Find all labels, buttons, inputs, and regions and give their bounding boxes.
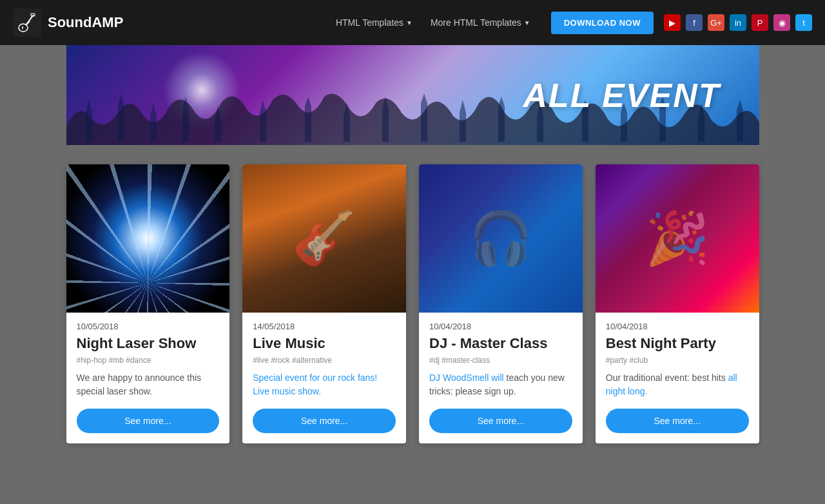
nav-html-templates[interactable]: HTML Templates ▼ xyxy=(328,14,420,32)
event-card-4: 10/04/2018 Best Night Party #party #club… xyxy=(596,164,759,443)
youtube-icon[interactable]: ▶ xyxy=(664,14,681,31)
card-title-2: Live Music xyxy=(253,335,396,352)
card-title-4: Best Night Party xyxy=(606,335,749,352)
card-tags-3: #dj #master-class xyxy=(429,356,572,365)
nav-more-templates[interactable]: More HTML Templates ▼ xyxy=(423,14,538,32)
event-card-2: 14/05/2018 Live Music #live #rock #alter… xyxy=(242,164,406,443)
linkedin-icon[interactable]: in xyxy=(730,14,746,31)
card-desc-1: We are happy to announce this special la… xyxy=(77,371,220,398)
card-title-3: DJ - Master Class xyxy=(429,335,572,352)
card-tags-2: #live #rock #alternative xyxy=(253,356,396,365)
card-desc-2: Special event for our rock fans! Live mu… xyxy=(253,371,396,398)
card-image-1 xyxy=(66,164,230,313)
card-date-2: 14/05/2018 xyxy=(253,322,396,331)
card-image-3 xyxy=(419,164,583,313)
card-desc-4: Our traditional event: best hits all nig… xyxy=(606,371,749,398)
google-icon[interactable]: G+ xyxy=(708,14,724,31)
twitter-icon[interactable]: t xyxy=(795,14,812,31)
card-tags-1: #hip-hop #mb #dance xyxy=(77,356,220,365)
brand-link[interactable]: SoundAMP xyxy=(13,8,123,37)
hero-banner: ALL EVENT xyxy=(66,45,759,145)
navbar: SoundAMP HTML Templates ▼ More HTML Temp… xyxy=(0,0,825,45)
download-button[interactable]: DOWNLOAD NOW xyxy=(551,12,654,34)
card-tags-4: #party #club xyxy=(606,356,749,365)
see-more-button-3[interactable]: See more... xyxy=(429,409,572,433)
pinterest-icon[interactable]: P xyxy=(752,14,768,31)
card-title-1: Night Laser Show xyxy=(77,335,220,352)
see-more-button-2[interactable]: See more... xyxy=(253,409,396,433)
instagram-icon[interactable]: ◉ xyxy=(773,14,790,31)
chevron-down-icon: ▼ xyxy=(524,19,530,26)
chevron-down-icon: ▼ xyxy=(406,19,412,26)
hero-title: ALL EVENT xyxy=(523,76,759,115)
card-body-1: 10/05/2018 Night Laser Show #hip-hop #mb… xyxy=(66,313,230,443)
brand-name: SoundAMP xyxy=(48,14,123,31)
event-card-1: 10/05/2018 Night Laser Show #hip-hop #mb… xyxy=(66,164,230,443)
card-body-2: 14/05/2018 Live Music #live #rock #alter… xyxy=(242,313,406,443)
card-image-2 xyxy=(242,164,406,313)
card-body-3: 10/04/2018 DJ - Master Class #dj #master… xyxy=(419,313,583,443)
nav-links: HTML Templates ▼ More HTML Templates ▼ D… xyxy=(328,12,654,34)
card-image-4 xyxy=(596,164,759,313)
social-icons: ▶ f G+ in P ◉ t xyxy=(664,14,812,31)
cards-section: 10/05/2018 Night Laser Show #hip-hop #mb… xyxy=(66,164,759,443)
card-date-1: 10/05/2018 xyxy=(77,322,220,331)
card-desc-3: DJ WoodSmell will teach you new tricks: … xyxy=(429,371,572,398)
facebook-icon[interactable]: f xyxy=(686,14,703,31)
card-date-3: 10/04/2018 xyxy=(429,322,572,331)
see-more-button-4[interactable]: See more... xyxy=(606,409,749,433)
event-card-3: 10/04/2018 DJ - Master Class #dj #master… xyxy=(419,164,583,443)
card-body-4: 10/04/2018 Best Night Party #party #club… xyxy=(596,313,759,443)
see-more-button-1[interactable]: See more... xyxy=(77,409,220,433)
card-date-4: 10/04/2018 xyxy=(606,322,749,331)
brand-logo-icon xyxy=(13,8,41,37)
